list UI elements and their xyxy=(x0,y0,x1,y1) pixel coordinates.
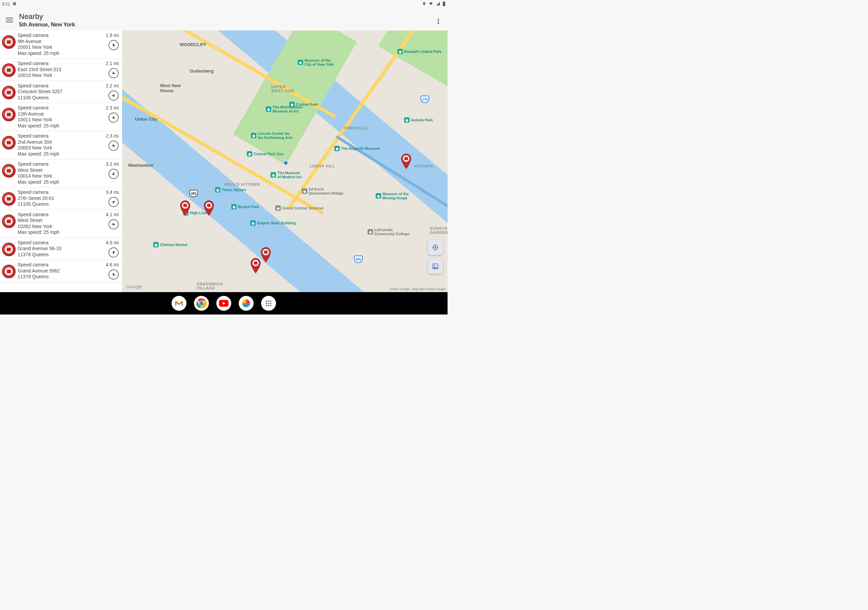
locate-me-button[interactable] xyxy=(428,240,443,255)
direction-indicator xyxy=(108,248,119,257)
camera-city: 11106 Queens xyxy=(18,95,102,101)
app-header: Nearby 5th Avenue, New York xyxy=(0,11,448,29)
route-shield: 278 xyxy=(420,96,429,103)
camera-street: Grand Avenue 5962 xyxy=(18,268,102,274)
more-button[interactable] xyxy=(433,16,443,26)
compass-arrow-icon xyxy=(110,91,118,99)
image-icon xyxy=(432,263,439,270)
camera-speed: Max speed: 25 mph xyxy=(18,151,102,157)
camera-street: 27th Street 20-01 xyxy=(18,195,102,202)
svg-rect-7 xyxy=(264,251,268,254)
svg-point-23 xyxy=(270,300,271,302)
svg-point-28 xyxy=(268,305,269,306)
page-title: Nearby xyxy=(19,12,75,21)
list-item[interactable]: Speed camera 12th Avenue 10011 New York … xyxy=(0,103,122,131)
google-logo: Google xyxy=(126,284,143,290)
svg-point-27 xyxy=(265,305,267,306)
list-item[interactable]: Speed camera 2nd Avenue 304 10003 New Yo… xyxy=(0,131,122,159)
camera-street: West Street xyxy=(18,167,102,173)
map-view[interactable]: WOODCLIFFGuttenbergWest NewHouseUnion Ci… xyxy=(122,31,448,292)
camera-speed: Max speed: 25 mph xyxy=(18,123,102,129)
camera-city: 10003 New York xyxy=(18,145,102,151)
camera-list[interactable]: Speed camera 9th Avenue 10001 New York M… xyxy=(0,31,122,292)
map-attribution: ©2022 Google - Map data ©2022 Google xyxy=(390,287,445,291)
list-item[interactable]: Speed camera 27th Street 20-01 11105 Que… xyxy=(0,187,122,210)
compass-arrow-icon xyxy=(110,170,117,178)
dock-app-photos[interactable] xyxy=(239,296,254,311)
dock-app-gmail[interactable] xyxy=(172,296,186,311)
list-item[interactable]: Speed camera West Street 10014 New York … xyxy=(0,159,122,187)
direction-indicator xyxy=(108,141,119,151)
camera-street: 9th Avenue xyxy=(18,39,102,45)
menu-button[interactable] xyxy=(5,15,14,25)
camera-city: 11378 Queens xyxy=(18,274,102,280)
camera-type: Speed camera xyxy=(18,33,102,39)
compass-arrow-icon xyxy=(110,249,117,256)
list-item[interactable]: Speed camera Grand Avenue 5962 11378 Que… xyxy=(0,260,122,282)
speed-camera-icon xyxy=(2,192,16,206)
speed-camera-icon xyxy=(2,265,16,278)
compass-arrow-icon xyxy=(110,271,117,278)
list-item-info: Speed camera 27th Street 20-01 11105 Que… xyxy=(18,189,102,207)
camera-street: West Street xyxy=(18,218,102,224)
svg-point-21 xyxy=(265,300,267,302)
apps-grid-icon xyxy=(265,300,272,307)
list-item-info: Speed camera Crescent Street 3257 11106 … xyxy=(18,83,102,101)
camera-distance: 3.2 mi xyxy=(102,161,119,167)
svg-point-13 xyxy=(434,265,435,266)
camera-city: 11105 Queens xyxy=(18,201,102,207)
camera-city: 10010 New York xyxy=(18,73,102,79)
camera-type: Speed camera xyxy=(18,189,102,195)
route-shield: 495 xyxy=(354,255,363,263)
svg-point-29 xyxy=(270,305,271,306)
current-location-dot xyxy=(284,161,288,165)
svg-point-24 xyxy=(265,303,267,304)
list-item-info: Speed camera 2nd Avenue 304 10003 New Yo… xyxy=(18,133,102,157)
nav-dock xyxy=(0,292,448,314)
status-time: 9:21 xyxy=(2,2,10,6)
dock-app-all-apps[interactable] xyxy=(261,296,276,311)
svg-rect-1 xyxy=(183,204,187,207)
camera-city: 10001 New York xyxy=(18,44,102,51)
camera-distance: 4.6 mi xyxy=(102,262,119,267)
camera-city: 11378 Queens xyxy=(18,252,102,258)
dock-app-youtube[interactable] xyxy=(216,296,231,311)
camera-speed: Max speed: 25 mph xyxy=(18,179,102,185)
compass-arrow-icon xyxy=(110,221,117,228)
speed-camera-icon xyxy=(2,243,16,256)
page-subtitle: 5th Avenue, New York xyxy=(19,22,75,28)
speed-camera-icon xyxy=(2,35,16,49)
dock-app-chrome[interactable] xyxy=(194,296,209,311)
camera-type: Speed camera xyxy=(18,212,102,218)
camera-type: Speed camera xyxy=(18,61,102,67)
camera-street: Grand Avenue 56-10 xyxy=(18,246,102,252)
svg-point-11 xyxy=(435,247,436,248)
camera-distance: 2.1 mi xyxy=(102,61,119,66)
camera-speed: Max speed: 25 mph xyxy=(18,229,102,235)
list-item[interactable]: Speed camera West Street 10282 New York … xyxy=(0,210,122,238)
list-item[interactable]: Speed camera Grand Avenue 56-10 11378 Qu… xyxy=(0,238,122,260)
camera-map-marker[interactable] xyxy=(400,153,412,169)
list-item-info: Speed camera Grand Avenue 5962 11378 Que… xyxy=(18,262,102,280)
camera-map-marker[interactable] xyxy=(179,200,191,216)
list-item-info: Speed camera 9th Avenue 10001 New York M… xyxy=(18,33,102,56)
gmail-icon xyxy=(175,300,183,307)
camera-distance: 3.4 mi xyxy=(102,189,119,195)
svg-rect-14 xyxy=(175,301,176,306)
camera-distance: 2.3 mi xyxy=(102,133,119,139)
speed-camera-icon xyxy=(2,86,16,99)
list-item[interactable]: Speed camera East 23rd Street 313 10010 … xyxy=(0,59,122,81)
camera-map-marker[interactable] xyxy=(203,200,215,216)
list-item[interactable]: Speed camera Crescent Street 3257 11106 … xyxy=(0,81,122,103)
list-item[interactable]: Speed camera 9th Avenue 10001 New York M… xyxy=(0,31,122,59)
direction-indicator xyxy=(108,113,119,123)
compass-arrow-icon xyxy=(110,70,117,77)
list-item-info: Speed camera East 23rd Street 313 10010 … xyxy=(18,61,102,79)
list-item-info: Speed camera West Street 10014 New York … xyxy=(18,161,102,185)
compass-arrow-icon xyxy=(110,42,117,49)
direction-indicator xyxy=(108,90,119,101)
layers-button[interactable] xyxy=(428,259,443,274)
svg-rect-3 xyxy=(207,204,211,207)
camera-map-marker[interactable] xyxy=(250,257,262,274)
svg-rect-15 xyxy=(182,301,183,306)
